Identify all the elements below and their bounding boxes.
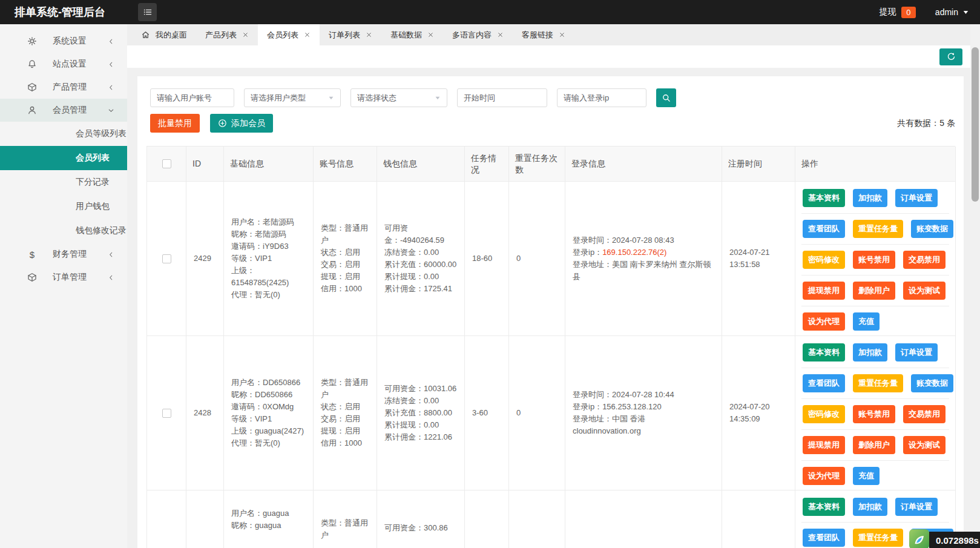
sidebar-toggle-button[interactable] [138, 3, 157, 21]
op-button-设为测试[interactable]: 设为测试 [903, 436, 945, 454]
select-all-checkbox[interactable] [162, 159, 171, 168]
user-type-select[interactable]: 请选择用户类型 [244, 88, 341, 107]
debug-time-badge: 0.072898s [929, 532, 980, 548]
row-checkbox[interactable] [162, 254, 171, 263]
op-button-订单设置[interactable]: 订单设置 [895, 343, 938, 361]
sidebar-item-label: 会员管理 [53, 105, 87, 116]
sidebar-subitem-用户钱包[interactable]: 用户钱包 [0, 194, 127, 219]
sidebar-subitem-下分记录[interactable]: 下分记录 [0, 170, 127, 194]
login-ip-value: 156.253.128.120 [602, 402, 662, 411]
cell-reg-row0: 2024-07-21 13:51:58 [722, 182, 795, 336]
op-button-账变数据[interactable]: 账变数据 [911, 220, 953, 238]
refresh-button[interactable] [939, 48, 962, 65]
op-button-交易禁用[interactable]: 交易禁用 [903, 251, 945, 269]
sidebar-item-财务管理[interactable]: $财务管理 [0, 243, 127, 266]
sidebar-item-系统设置[interactable]: 系统设置 [0, 30, 127, 53]
op-button-重置任务量[interactable]: 重置任务量 [853, 220, 903, 238]
sidebar-subitem-会员列表[interactable]: 会员列表 [0, 146, 127, 170]
tab-close-icon[interactable] [559, 31, 565, 38]
withdraw-label: 提现 [880, 7, 896, 18]
op-button-重置任务量[interactable]: 重置任务量 [853, 529, 903, 547]
login-info-line: 登录时间：2024-07-28 08:43 [573, 234, 714, 246]
sidebar-item-站点设置[interactable]: 站点设置 [0, 53, 127, 76]
admin-user-menu[interactable]: admin [935, 7, 969, 17]
sidebar-item-订单管理[interactable]: 订单管理 [0, 266, 127, 289]
wallet-info-line: 冻结资金：0.00 [384, 395, 457, 407]
op-button-查看团队[interactable]: 查看团队 [803, 374, 845, 392]
search-button[interactable] [656, 88, 676, 107]
op-button-密码修改[interactable]: 密码修改 [803, 251, 845, 269]
op-button-密码修改[interactable]: 密码修改 [803, 405, 845, 423]
cell-reset-row1: 0 [509, 336, 565, 490]
op-button-订单设置[interactable]: 订单设置 [895, 498, 938, 516]
op-button-line: 提现禁用删除用户设为测试 [801, 276, 949, 306]
cell-ops-row0: 基本资料加扣款订单设置查看团队重置任务量账变数据密码修改账号禁用交易禁用提现禁用… [795, 182, 956, 336]
tab-close-icon[interactable] [304, 31, 311, 38]
topbar-right: 提现 0 admin [880, 7, 980, 18]
op-button-删除用户[interactable]: 删除用户 [853, 436, 895, 454]
debug-logo-icon[interactable] [909, 529, 929, 548]
op-button-设为代理[interactable]: 设为代理 [803, 467, 845, 485]
tab-产品列表[interactable]: 产品列表 [196, 24, 258, 45]
op-button-交易禁用[interactable]: 交易禁用 [903, 405, 945, 423]
op-button-查看团队[interactable]: 查看团队 [803, 529, 845, 547]
account-input[interactable] [150, 88, 234, 107]
op-button-设为测试[interactable]: 设为测试 [903, 282, 945, 300]
op-button-基本资料[interactable]: 基本资料 [803, 343, 845, 361]
chevron-left-icon-wrap [107, 274, 115, 282]
op-button-充值[interactable]: 充值 [853, 312, 880, 331]
login-ip-input[interactable] [557, 88, 646, 107]
login-ip-value: 169.150.222.76(2) [602, 248, 666, 257]
add-member-button[interactable]: 添加会员 [210, 114, 273, 133]
op-button-加扣款[interactable]: 加扣款 [853, 498, 887, 516]
row-checkbox[interactable] [162, 409, 171, 418]
tab-close-icon[interactable] [497, 31, 504, 38]
op-button-加扣款[interactable]: 加扣款 [853, 189, 887, 207]
chevron-left-icon [107, 84, 115, 91]
op-button-账号禁用[interactable]: 账号禁用 [853, 251, 895, 269]
sidebar-item-会员管理[interactable]: 会员管理 [0, 99, 127, 122]
header-cell-基础信息: 基础信息 [224, 147, 314, 182]
op-button-查看团队[interactable]: 查看团队 [803, 220, 845, 238]
cell-id-row2 [186, 490, 224, 548]
tab-close-icon[interactable] [427, 31, 434, 38]
op-button-账号禁用[interactable]: 账号禁用 [853, 405, 895, 423]
tab-多语言内容[interactable]: 多语言内容 [443, 24, 513, 45]
op-button-提现禁用[interactable]: 提现禁用 [803, 282, 845, 300]
batch-disable-button[interactable]: 批量禁用 [150, 114, 200, 133]
op-button-基本资料[interactable]: 基本资料 [803, 498, 845, 516]
sidebar-item-产品管理[interactable]: 产品管理 [0, 76, 127, 99]
op-button-账变数据[interactable]: 账变数据 [911, 374, 953, 392]
tab-会员列表[interactable]: 会员列表 [258, 24, 320, 45]
tab-close-icon[interactable] [242, 31, 249, 38]
tab-基础数据[interactable]: 基础数据 [381, 24, 443, 45]
status-select[interactable]: 请选择状态 [350, 88, 447, 107]
withdraw-nav-item[interactable]: 提现 0 [880, 7, 916, 18]
basic-info-line: 邀请码：iY9D63 [231, 240, 306, 253]
gear-icon [27, 36, 37, 46]
tab-订单列表[interactable]: 订单列表 [320, 24, 381, 45]
header-cell-ID: ID [186, 147, 224, 182]
op-button-订单设置[interactable]: 订单设置 [895, 189, 938, 207]
sidebar-subitem-钱包修改记录[interactable]: 钱包修改记录 [0, 219, 127, 243]
op-button-充值[interactable]: 充值 [853, 467, 880, 485]
sidebar-subitem-会员等级列表[interactable]: 会员等级列表 [0, 122, 127, 146]
op-button-删除用户[interactable]: 删除用户 [853, 282, 895, 300]
op-button-加扣款[interactable]: 加扣款 [853, 343, 887, 361]
start-time-input[interactable] [457, 88, 547, 107]
column-header-label: 操作 [801, 158, 949, 170]
op-button-重置任务量[interactable]: 重置任务量 [853, 374, 903, 392]
chevron-left-icon [107, 274, 115, 282]
op-button-提现禁用[interactable]: 提现禁用 [803, 436, 845, 454]
cell-id-row1: 2428 [186, 336, 224, 490]
basic-info-line: 昵称：DD650866 [231, 389, 306, 401]
op-button-设为代理[interactable]: 设为代理 [803, 312, 845, 331]
withdraw-count-badge: 0 [901, 7, 916, 18]
tab-close-icon[interactable] [366, 31, 372, 38]
tab-客服链接[interactable]: 客服链接 [513, 24, 574, 45]
cell-reg-row2 [722, 490, 795, 548]
op-button-基本资料[interactable]: 基本资料 [803, 189, 845, 207]
tab-我的桌面[interactable]: 我的桌面 [132, 24, 196, 45]
cell-account-row2: 类型：普通用户 [314, 490, 377, 548]
scrollbar-thumb[interactable] [972, 47, 979, 202]
